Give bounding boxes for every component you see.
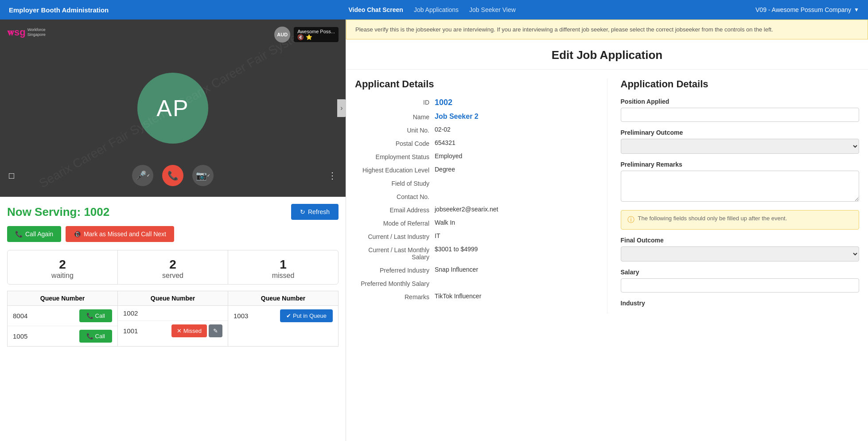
position-input[interactable] <box>621 108 860 122</box>
field-pref-salary: Preferred Monthly Salary <box>355 279 594 287</box>
salary-app-label: Salary <box>621 269 860 276</box>
warning-text: The following fields should only be fill… <box>638 215 787 222</box>
nav-links: Video Chat Screen Job Applications Job S… <box>348 6 515 13</box>
refresh-label: Refresh <box>308 208 330 215</box>
more-icon[interactable]: ⋮ <box>328 170 337 181</box>
video-area: 𝐰sg WorkforceSingapore Searix Career Fai… <box>0 20 346 197</box>
video-top-right: AUD Awesome Poss... 🔇 ⭐ <box>274 27 339 43</box>
x-icon: ✕ <box>177 328 182 334</box>
right-panel: Please verify this is the jobseeker you … <box>346 20 868 441</box>
nav-title: Employer Booth Administration <box>9 6 109 14</box>
queue-number-1002: 1002 <box>123 309 138 317</box>
mark-missed-button[interactable]: 📵 Mark as Missed and Call Next <box>66 226 174 242</box>
call-label: Call <box>95 312 105 319</box>
id-label: ID <box>355 98 435 106</box>
stat-waiting: 2 waiting <box>8 250 118 284</box>
table-row: 1002 <box>118 306 228 321</box>
waiting-count: 2 <box>12 258 113 272</box>
queue-stats: 2 waiting 2 served 1 missed <box>7 250 339 285</box>
nav-company[interactable]: V09 - Awesome Possum Company ▼ <box>755 6 859 13</box>
nav-link-job-applications[interactable]: Job Applications <box>414 6 459 13</box>
mark-missed-label: Mark as Missed and Call Next <box>84 230 166 238</box>
field-email: Email Address jobseeker2@searix.net <box>355 206 594 214</box>
wsg-logo: 𝐰sg WorkforceSingapore <box>7 27 46 38</box>
unit-label: Unit No. <box>355 126 435 134</box>
salary-value: $3001 to $4999 <box>435 246 594 253</box>
applicant-details: Applicant Details ID 1002 Name Job Seeke… <box>355 78 607 314</box>
prelim-remarks-field: Preliminary Remarks <box>621 161 860 203</box>
call-icon: 📞 <box>86 312 93 319</box>
check-icon: ✔ <box>286 312 291 319</box>
refresh-button[interactable]: ↻ Refresh <box>291 204 339 220</box>
contact-label: Contact No. <box>355 192 435 200</box>
field-salary: Current / Last Monthly Salary $3001 to $… <box>355 246 594 261</box>
top-nav: Employer Booth Administration Video Chat… <box>0 0 868 20</box>
final-outcome-select[interactable] <box>621 246 860 261</box>
salary-input[interactable] <box>621 278 860 293</box>
waiting-label: waiting <box>12 272 113 280</box>
pref-industry-value: Snap Influencer <box>435 266 594 273</box>
email-label: Email Address <box>355 206 435 214</box>
field-postal: Postal Code 654321 <box>355 139 594 147</box>
aud-badge: AUD <box>274 27 290 43</box>
panel-collapse-icon[interactable]: › <box>337 99 346 117</box>
missed-table-header: Queue Number <box>228 291 338 306</box>
now-serving: Now Serving: 1002 <box>7 205 109 219</box>
field-remarks: Remarks TikTok Influencer <box>355 293 594 301</box>
video-controls: 🎤✓ 📞 📷✓ <box>0 165 346 186</box>
education-label: Highest Education Level <box>355 166 435 174</box>
left-panel: 𝐰sg WorkforceSingapore Searix Career Fai… <box>0 20 346 441</box>
company-name: V09 - Awesome Possum Company <box>755 6 851 13</box>
final-outcome-field: Final Outcome <box>621 237 860 261</box>
missed-1001-button[interactable]: ✕ Missed <box>171 324 207 337</box>
applicant-section-title: Applicant Details <box>355 78 594 90</box>
put-queue-label: Put in Queue <box>293 312 327 319</box>
field-id: ID 1002 <box>355 98 594 107</box>
nav-link-video-chat[interactable]: Video Chat Screen <box>348 6 403 13</box>
table-row: 1005 📞 Call <box>8 326 117 346</box>
call-1005-button[interactable]: 📞 Call <box>79 330 112 343</box>
table-row: 8004 📞 Call <box>8 306 117 326</box>
referral-label: Mode of Referral <box>355 219 435 227</box>
verify-banner: Please verify this is the jobseeker you … <box>346 20 868 39</box>
queue-area: Now Serving: 1002 ↻ Refresh 📞 Call Again… <box>0 197 346 441</box>
remarks-value: TikTok Influencer <box>435 293 594 300</box>
name-label: Name <box>355 113 435 121</box>
video-toggle-button[interactable]: 📷✓ <box>192 165 214 186</box>
table-row: 1001 ✕ Missed ✎ <box>118 321 228 341</box>
prelim-outcome-select[interactable] <box>621 139 860 154</box>
missed-btn-label: Missed <box>183 328 202 334</box>
employment-value: Employed <box>435 152 594 160</box>
awesome-pos-label: Awesome Poss... <box>297 29 335 34</box>
industry-app-label: Industry <box>621 300 860 307</box>
call-8004-button[interactable]: 📞 Call <box>79 309 112 322</box>
postal-label: Postal Code <box>355 139 435 147</box>
two-col: Applicant Details ID 1002 Name Job Seeke… <box>346 70 868 323</box>
field-industry: Current / Last Industry IT <box>355 232 594 240</box>
video-icons: 🔇 ⭐ <box>297 34 312 40</box>
id-value: 1002 <box>435 98 594 107</box>
nav-link-job-seeker-view[interactable]: Job Seeker View <box>469 6 516 13</box>
field-employment: Employment Status Employed <box>355 152 594 160</box>
email-value: jobseeker2@searix.net <box>435 206 594 213</box>
call-again-button[interactable]: 📞 Call Again <box>7 226 61 242</box>
call-again-label: Call Again <box>25 230 53 238</box>
mute-button[interactable]: 🎤✓ <box>132 165 153 186</box>
put-in-queue-button[interactable]: ✔ Put in Queue <box>280 309 333 322</box>
avatar-initials: AP <box>156 95 189 121</box>
prelim-remarks-textarea[interactable] <box>621 171 860 202</box>
missed-table: Queue Number 1003 ✔ Put in Queue <box>228 291 339 347</box>
education-value: Degree <box>435 166 594 173</box>
postal-value: 654321 <box>435 139 594 146</box>
stat-missed: 1 missed <box>228 250 338 284</box>
prelim-outcome-field: Preliminary Outcome <box>621 129 860 154</box>
warning-icon: ⓘ <box>627 215 634 225</box>
missed-icon: 📵 <box>74 230 81 238</box>
edit-1001-button[interactable]: ✎ <box>209 324 222 337</box>
avatar-circle: AP <box>137 73 208 144</box>
industry-field: Industry <box>621 300 860 307</box>
now-serving-label: Now Serving: <box>7 205 81 219</box>
waiting-table: Queue Number 8004 📞 Call 1005 📞 Call <box>7 291 117 347</box>
hangup-button[interactable]: 📞 <box>162 165 183 186</box>
missed-count: 1 <box>233 258 334 272</box>
